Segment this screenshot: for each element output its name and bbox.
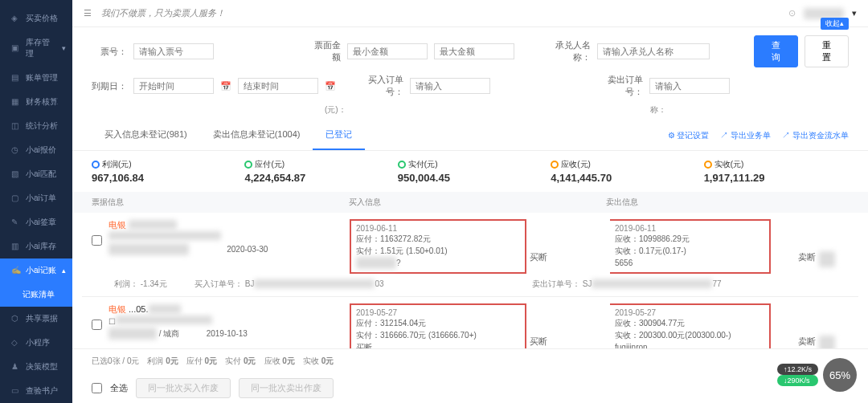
amount-max-input[interactable] xyxy=(434,43,514,59)
sell-order-input[interactable] xyxy=(649,78,730,94)
section-head: 票据信息 买入信息 卖出信息 xyxy=(72,192,868,213)
row-checkbox[interactable] xyxy=(92,235,102,246)
sidebar-item-ledger[interactable]: ▤账单管理 xyxy=(0,66,72,90)
amount-min-input[interactable] xyxy=(347,43,428,59)
sidebar-item-ai-record[interactable]: ✍小ai记账▴ xyxy=(0,258,72,283)
tab-buy-unreg[interactable]: 买入信息未登记(981) xyxy=(92,120,200,150)
chevron-down-icon[interactable]: ▾ xyxy=(852,8,857,18)
speed-widget: ↑12.2K/s ↓290K/s 65% xyxy=(777,358,857,392)
pen-icon: ✎ xyxy=(11,218,21,227)
record-list[interactable]: 电银 xxxxx x x 2020-03-30 2019-06-11 应付：11… xyxy=(72,213,868,348)
sidebar: ◈买卖价格 ▣库存管理▾ ▤账单管理 ▦财务核算 ◫统计分析 ◷小ai报价 ▧小… xyxy=(0,0,72,403)
sidebar-item-model[interactable]: ♟决策模型 xyxy=(0,355,72,379)
reset-button[interactable]: 重 置 xyxy=(805,35,849,67)
end-date-input[interactable] xyxy=(238,78,318,94)
table-row: 电银 xxxxx x x 2020-03-30 2019-06-11 应付：11… xyxy=(82,213,858,297)
dot-icon xyxy=(92,161,100,169)
action-icon[interactable]: ⋮ xyxy=(819,336,835,348)
sidebar-item-finance[interactable]: ▦财务核算 xyxy=(0,90,72,114)
label-sell-order: 卖出订单号： xyxy=(592,74,643,98)
topbar: ☰ 我们不做票，只为卖票人服务！ ⊙ user ▾ xyxy=(72,0,868,27)
dot-icon xyxy=(244,161,252,169)
row-checkbox[interactable] xyxy=(92,320,102,330)
stock-icon: ▥ xyxy=(11,242,21,251)
sidebar-item-audit[interactable]: ▭查验书户 xyxy=(0,379,72,403)
dot-icon xyxy=(398,161,406,169)
chevron-up-icon: ▴ xyxy=(62,267,66,275)
chevron-down-icon: ▾ xyxy=(62,44,66,52)
tag-type: 电银 xyxy=(108,220,126,230)
dot-icon xyxy=(551,161,559,169)
stats-row: 利润(元)967,106.84 应付(元)4,224,654.87 实付(元)9… xyxy=(72,151,868,192)
sidebar-item-share[interactable]: ⬡共享票据 xyxy=(0,307,72,331)
action-icon[interactable]: ⋮ xyxy=(819,251,835,267)
book-icon: ▤ xyxy=(11,73,21,83)
calc-icon: ▦ xyxy=(11,97,21,107)
calendar-icon[interactable]: 📅 xyxy=(325,81,336,92)
action-export-fund[interactable]: ↗ 导出资金流水单 xyxy=(782,130,849,141)
collapse-toggle[interactable]: 收起▴ xyxy=(821,18,849,30)
label-acceptor: 承兑人名称： xyxy=(543,39,591,63)
sidebar-item-ai-stock[interactable]: ▥小ai库存 xyxy=(0,234,72,258)
speed-up: ↑12.2K/s xyxy=(777,364,818,375)
sidebar-item-stats[interactable]: ◫统计分析 xyxy=(0,114,72,138)
buy-status: 买断 xyxy=(530,219,610,263)
main-panel: ☰ 我们不做票，只为卖票人服务！ ⊙ user ▾ 票号： 票面金额 承兑人名称… xyxy=(72,0,868,403)
acceptor-input[interactable] xyxy=(597,43,710,59)
audit-icon: ▭ xyxy=(11,386,21,396)
sidebar-item-ai-order[interactable]: ▢小ai订单 xyxy=(0,186,72,210)
label-amount: 票面金额 xyxy=(305,39,341,63)
sidebar-item-ai-sign[interactable]: ✎小ai签章 xyxy=(0,210,72,234)
tabs: 买入信息未登记(981) 卖出信息未登记(1004) 已登记 ⚙ 登记设置 ↗ … xyxy=(72,120,868,151)
tab-registered[interactable]: 已登记 xyxy=(313,120,365,150)
model-icon: ♟ xyxy=(11,362,21,372)
search-button[interactable]: 查 询 xyxy=(754,35,798,67)
notify-icon[interactable]: ⊙ xyxy=(788,8,796,18)
footer-actions: 全选 同一批次买入作废 同一批次卖出作废 xyxy=(72,373,868,403)
stat-receivable: 应收(元)4,141,445.70 xyxy=(551,159,695,184)
stat-payable: 应付(元)4,224,654.87 xyxy=(244,159,389,184)
table-row: 电银 ...05.xx ☐x x / 城商 2019-10-13 2019-05… xyxy=(82,297,858,348)
clock-icon: ◷ xyxy=(11,145,21,155)
select-all-checkbox[interactable] xyxy=(92,383,102,393)
dot-icon xyxy=(704,161,712,169)
order-icon: ▢ xyxy=(11,193,21,203)
stat-received: 实收(元)1,917,111.29 xyxy=(704,159,849,184)
batch-sell-button[interactable]: 同一批次卖出作废 xyxy=(239,378,334,398)
box-icon: ▣ xyxy=(11,43,21,53)
tag-type: 电银 xyxy=(108,304,126,314)
speed-down: ↓290K/s xyxy=(777,375,818,386)
stat-profit: 利润(元)967,106.84 xyxy=(92,159,236,184)
edit-icon: ✍ xyxy=(11,266,21,275)
footer-summary: 已选0张 / 0元 利润 0元 应付 0元 实付 0元 应收 0元 实收 0元 xyxy=(72,348,868,373)
label-ticket: 票号： xyxy=(92,46,127,58)
start-date-input[interactable] xyxy=(133,78,214,94)
sidebar-item-ai-match[interactable]: ▧小ai匹配 xyxy=(0,162,72,186)
speed-circle[interactable]: 65% xyxy=(823,358,857,392)
slogan: 我们不做票，只为卖票人服务！ xyxy=(101,7,225,19)
batch-buy-button[interactable]: 同一批次买入作废 xyxy=(136,378,231,398)
match-icon: ▧ xyxy=(11,169,21,179)
sidebar-item-price[interactable]: ◈买卖价格 xyxy=(0,6,72,31)
action-export-biz[interactable]: ↗ 导出业务单 xyxy=(720,130,771,141)
app-icon: ◇ xyxy=(11,338,21,348)
tab-sell-unreg[interactable]: 卖出信息未登记(1004) xyxy=(200,120,313,150)
sidebar-item-miniapp[interactable]: ◇小程序 xyxy=(0,331,72,355)
sidebar-sub-ledger-list[interactable]: 记账清单 xyxy=(0,283,72,307)
stat-paid: 实付(元)950,004.45 xyxy=(398,159,542,184)
share-icon: ⬡ xyxy=(11,314,21,324)
menu-icon[interactable]: ☰ xyxy=(84,8,92,18)
label-due: 到期日： xyxy=(92,80,127,92)
calendar-icon[interactable]: 📅 xyxy=(220,81,231,92)
sidebar-item-inventory[interactable]: ▣库存管理▾ xyxy=(0,31,72,66)
buy-order-input[interactable] xyxy=(410,78,490,94)
ticket-input[interactable] xyxy=(133,43,214,59)
filter-panel: 票号： 票面金额 承兑人名称： 查 询 重 置 到期日： 📅 📅 买入订单号： … xyxy=(72,27,868,120)
label-buy-order: 买入订单号： xyxy=(352,74,403,98)
action-reg-settings[interactable]: ⚙ 登记设置 xyxy=(668,130,710,141)
buy-status: 买断 xyxy=(530,303,610,348)
chart-icon: ◫ xyxy=(11,121,21,131)
sidebar-item-ai-quote[interactable]: ◷小ai报价 xyxy=(0,138,72,162)
tag-icon: ◈ xyxy=(11,14,21,23)
